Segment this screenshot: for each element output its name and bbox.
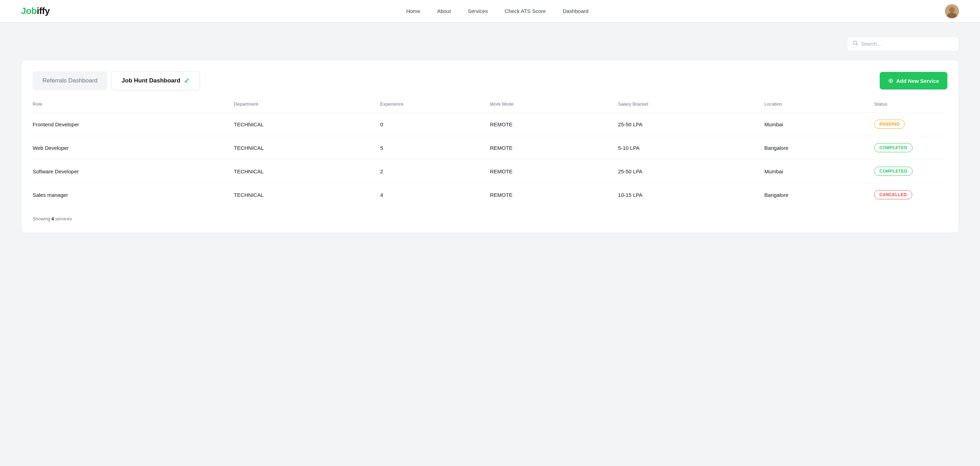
- cell-experience: 4: [380, 183, 490, 207]
- tabs-row: Referrals Dashboard Job Hunt Dashboard ✓…: [33, 71, 947, 90]
- tab-referrals[interactable]: Referrals Dashboard: [33, 71, 107, 90]
- add-new-service-button[interactable]: ⊕ Add New Service: [880, 72, 947, 89]
- check-icon: ✓: [184, 77, 190, 85]
- cell-status: COMPLETED: [874, 160, 947, 183]
- status-badge: COMPLETED: [874, 167, 913, 176]
- cell-role: Web Developer: [33, 136, 234, 160]
- add-icon: ⊕: [888, 77, 893, 85]
- showing-text: Showing 4 services: [33, 216, 947, 222]
- col-header-experience: Experience: [380, 101, 490, 113]
- col-header-role: Role: [33, 101, 234, 113]
- col-header-salary: Salary Bracket: [618, 101, 764, 113]
- logo-iffy: iffy: [37, 6, 50, 16]
- cell-department: TECHNICAL: [234, 136, 380, 160]
- dashboard-card: Referrals Dashboard Job Hunt Dashboard ✓…: [21, 60, 959, 233]
- table-row: Sales manager TECHNICAL 4 REMOTE 10-15 L…: [33, 183, 947, 207]
- main-content: Referrals Dashboard Job Hunt Dashboard ✓…: [0, 22, 980, 247]
- cell-role: Software Developer: [33, 160, 234, 183]
- cell-salary: 5-10 LPA: [618, 136, 764, 160]
- cell-work-mode: REMOTE: [490, 136, 618, 160]
- cell-experience: 0: [380, 113, 490, 136]
- navbar: Jobiffy Home About Services Check ATS Sc…: [0, 0, 980, 22]
- col-header-work-mode: Work Mode: [490, 101, 618, 113]
- avatar-image: [945, 4, 959, 18]
- cell-work-mode: REMOTE: [490, 113, 618, 136]
- status-badge: CANCELLED: [874, 190, 912, 199]
- cell-status: CANCELLED: [874, 183, 947, 207]
- services-table: Role Department Experience Work Mode Sal…: [33, 101, 947, 206]
- showing-suffix: services: [55, 216, 72, 222]
- tab-jobhunt[interactable]: Job Hunt Dashboard ✓: [111, 71, 200, 90]
- cell-location: Bangalore: [764, 136, 874, 160]
- col-header-department: Department: [234, 101, 380, 113]
- table-row: Frontend Developer TECHNICAL 0 REMOTE 25…: [33, 113, 947, 136]
- status-badge: COMPLETED: [874, 143, 913, 152]
- col-header-status: Status: [874, 101, 947, 113]
- cell-salary: 25-50 LPA: [618, 113, 764, 136]
- search-bar: [847, 37, 959, 51]
- nav-dashboard[interactable]: Dashboard: [563, 8, 588, 14]
- cell-experience: 5: [380, 136, 490, 160]
- cell-department: TECHNICAL: [234, 183, 380, 207]
- tab-jobhunt-label: Job Hunt Dashboard: [122, 77, 180, 84]
- cell-role: Frontend Developer: [33, 113, 234, 136]
- cell-status: PENDING: [874, 113, 947, 136]
- search-input[interactable]: [861, 41, 953, 47]
- avatar[interactable]: [945, 4, 959, 18]
- logo[interactable]: Jobiffy: [21, 6, 50, 16]
- search-container: [21, 37, 959, 51]
- table-body: Frontend Developer TECHNICAL 0 REMOTE 25…: [33, 113, 947, 207]
- cell-work-mode: REMOTE: [490, 160, 618, 183]
- nav-about[interactable]: About: [437, 8, 451, 14]
- cell-experience: 2: [380, 160, 490, 183]
- showing-count: 4: [51, 216, 54, 222]
- tabs: Referrals Dashboard Job Hunt Dashboard ✓: [33, 71, 200, 90]
- svg-line-4: [856, 44, 858, 45]
- cell-role: Sales manager: [33, 183, 234, 207]
- table-row: Web Developer TECHNICAL 5 REMOTE 5-10 LP…: [33, 136, 947, 160]
- status-badge: PENDING: [874, 120, 905, 129]
- table-header: Role Department Experience Work Mode Sal…: [33, 101, 947, 113]
- cell-location: Mumbai: [764, 160, 874, 183]
- svg-point-1: [949, 7, 955, 13]
- tab-referrals-label: Referrals Dashboard: [43, 77, 97, 84]
- nav-services[interactable]: Services: [468, 8, 488, 14]
- cell-department: TECHNICAL: [234, 160, 380, 183]
- showing-prefix: Showing: [33, 216, 51, 222]
- cell-salary: 10-15 LPA: [618, 183, 764, 207]
- cell-department: TECHNICAL: [234, 113, 380, 136]
- nav-ats[interactable]: Check ATS Score: [505, 8, 546, 14]
- cell-location: Mumbai: [764, 113, 874, 136]
- nav-links: Home About Services Check ATS Score Dash…: [406, 8, 588, 14]
- search-icon: [853, 40, 858, 47]
- logo-job: Job: [21, 6, 37, 16]
- nav-home[interactable]: Home: [406, 8, 420, 14]
- cell-work-mode: REMOTE: [490, 183, 618, 207]
- cell-location: Bangalore: [764, 183, 874, 207]
- cell-salary: 25-50 LPA: [618, 160, 764, 183]
- cell-status: COMPLETED: [874, 136, 947, 160]
- table-row: Software Developer TECHNICAL 2 REMOTE 25…: [33, 160, 947, 183]
- col-header-location: Location: [764, 101, 874, 113]
- add-btn-label: Add New Service: [896, 78, 939, 84]
